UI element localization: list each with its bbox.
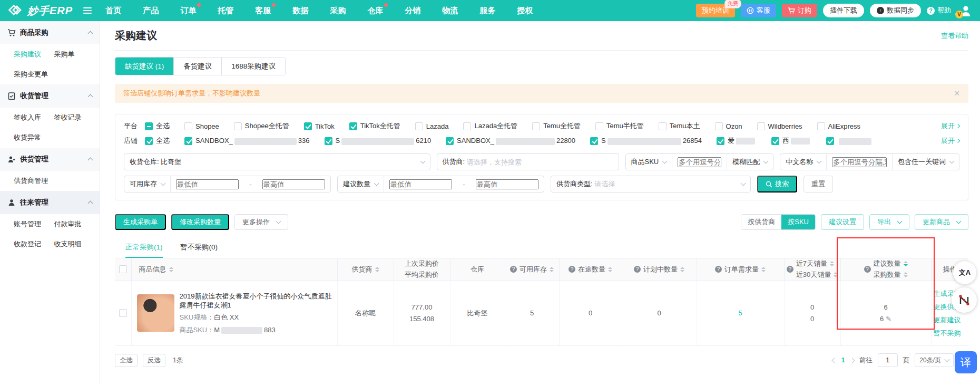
sidebar-item-receive-in[interactable]: 签收入库 <box>14 113 54 122</box>
nav-authorization[interactable]: 授权 <box>517 6 533 16</box>
sku-input[interactable] <box>678 157 721 167</box>
suggest-max-input[interactable] <box>476 179 538 189</box>
by-sku-toggle[interactable]: 按SKU <box>781 215 815 229</box>
nav-product[interactable]: 产品 <box>143 6 159 16</box>
tab-restock[interactable]: 备货建议 <box>173 57 221 75</box>
modify-qty-button[interactable]: 修改采购数量 <box>171 214 229 230</box>
sidebar-item-balance-detail[interactable]: 收支明细 <box>54 239 95 249</box>
more-actions-button[interactable]: 更多操作 <box>234 214 288 230</box>
search-button[interactable]: 搜索 <box>757 176 797 192</box>
sort-icon[interactable] <box>830 261 834 266</box>
view-help-link[interactable]: 查看帮助 <box>941 31 968 41</box>
sort-icon[interactable] <box>375 267 379 272</box>
platform-option-ozon[interactable]: Ozon <box>715 122 742 130</box>
sort-icon[interactable] <box>761 267 766 272</box>
platform-option-tiktok-full[interactable]: TikTok全托管 <box>349 121 400 131</box>
sidebar-group-goods-purchase[interactable]: 商品采购 <box>0 21 100 44</box>
prev-page-icon[interactable] <box>831 358 837 363</box>
close-icon[interactable]: ✕ <box>954 89 960 98</box>
info-icon[interactable]: ? <box>864 266 871 273</box>
sidebar-group-transactions[interactable]: 往来管理 <box>0 191 100 214</box>
stock-max-input[interactable] <box>262 179 325 189</box>
nav-service[interactable]: 客服 <box>255 6 271 16</box>
platform-option-wildberries[interactable]: Wildberries <box>757 122 802 130</box>
store-option-4[interactable]: S26854 <box>590 137 702 145</box>
store-option-5[interactable]: 爱 <box>717 136 757 146</box>
edit-icon[interactable]: ✎ <box>886 315 891 323</box>
nav-warehouse[interactable]: 仓库 <box>367 6 383 16</box>
sort-icon[interactable] <box>169 267 173 272</box>
platform-option-shopee-full[interactable]: Shopee全托管 <box>234 121 289 131</box>
sidebar-item-receive-record[interactable]: 签收记录 <box>54 113 95 122</box>
select-all-button[interactable]: 全选 <box>115 354 138 367</box>
nav-distribution[interactable]: 分销 <box>405 6 420 16</box>
subtab-hold[interactable]: 暂不采购(0) <box>181 243 218 258</box>
update-product-button[interactable]: 更新商品 <box>915 214 968 230</box>
translate-widget[interactable]: 文A <box>953 261 976 284</box>
nav-purchase[interactable]: 采购 <box>330 6 346 16</box>
invert-selection-button[interactable]: 反选 <box>143 354 165 367</box>
suggest-min-input[interactable] <box>389 179 452 189</box>
sort-icon[interactable] <box>680 267 684 272</box>
sidebar-item-receive-abnormal[interactable]: 收货异常 <box>14 133 54 142</box>
extension-widget[interactable] <box>952 287 977 313</box>
platform-select-all[interactable]: 全选 <box>145 121 170 131</box>
supplier-type-select[interactable]: 供货商类型: 请选择 <box>551 176 751 192</box>
sku-match-select[interactable]: 模糊匹配 <box>727 154 773 170</box>
select-all-checkbox[interactable] <box>119 265 127 273</box>
nav-home[interactable]: 首页 <box>105 6 121 16</box>
platform-option-tiktok[interactable]: TikTok <box>304 122 335 130</box>
row-checkbox[interactable] <box>119 309 127 317</box>
store-option-6[interactable]: 西 <box>771 136 811 146</box>
platform-option-temu-local[interactable]: Temu本土 <box>659 121 700 131</box>
sidebar-item-payment-approve[interactable]: 付款审批 <box>54 219 95 229</box>
platform-option-lazada[interactable]: Lazada <box>415 122 449 130</box>
suggest-field-select[interactable]: 建议数量 <box>338 176 384 192</box>
product-title[interactable]: 2019新款连衣裙女春夏小个子很仙的小众气质遮肚露肩牛仔裙女潮1 <box>180 292 332 310</box>
plugin-download-button[interactable]: 插件下载 <box>823 4 864 17</box>
export-button[interactable]: 导出 <box>869 214 909 230</box>
translate-fab[interactable]: 译 <box>955 351 977 373</box>
platform-option-shopee[interactable]: Shopee <box>184 122 219 130</box>
next-page-icon[interactable] <box>849 358 855 363</box>
sidebar-item-purchase-suggest[interactable]: 采购建议 <box>14 50 54 59</box>
platform-option-temu-semi[interactable]: Temu半托管 <box>595 121 644 131</box>
product-image[interactable] <box>137 294 174 332</box>
store-option-1[interactable]: SANDBOX_336 <box>184 137 310 145</box>
store-expand-link[interactable]: 展开 <box>941 136 959 146</box>
info-icon[interactable]: ? <box>510 266 517 273</box>
sort-icon[interactable] <box>904 272 908 277</box>
current-page[interactable]: 1 <box>841 357 845 364</box>
nav-logistics[interactable]: 物流 <box>442 6 458 16</box>
platform-option-aliexpress[interactable]: AliExpress <box>817 122 860 130</box>
sort-icon[interactable] <box>834 272 838 277</box>
menu-toggle-icon[interactable] <box>83 7 92 14</box>
order-demand-link[interactable]: 5 <box>738 309 742 317</box>
store-select-all[interactable]: 全选 <box>145 136 170 146</box>
help-button[interactable]: ? 帮助 <box>927 6 951 15</box>
sku-field-select[interactable]: 商品SKU <box>626 154 672 170</box>
sidebar-group-supply[interactable]: 供货管理 <box>0 148 100 171</box>
sidebar-item-purchase-change[interactable]: 采购变更单 <box>14 70 54 79</box>
info-icon[interactable]: ? <box>634 266 641 273</box>
goto-page-input[interactable] <box>878 353 898 367</box>
row-action-update-suggest[interactable]: 更新建议 <box>934 313 969 326</box>
nav-hosting[interactable]: 托管 <box>218 6 233 16</box>
training-button[interactable]: 预约培训 免费 <box>696 4 735 17</box>
by-supplier-toggle[interactable]: 按供货商 <box>741 215 781 229</box>
store-option-3[interactable]: SANDBOX_22800 <box>446 137 575 145</box>
row-action-hold[interactable]: 暂不采购 <box>934 326 969 340</box>
platform-option-lazada-full[interactable]: Lazada全托管 <box>463 121 517 131</box>
store-option-2[interactable]: S6210 <box>325 137 432 145</box>
supplier-input[interactable] <box>467 158 613 166</box>
name-field-select[interactable]: 中文名称 <box>780 154 826 170</box>
tab-1688[interactable]: 1688采购建议 <box>221 57 285 75</box>
reset-button[interactable]: 重置 <box>803 176 833 192</box>
sort-icon[interactable] <box>904 261 908 266</box>
platform-expand-link[interactable]: 展开 <box>941 121 959 131</box>
data-sync-button[interactable]: ↑ 数据同步 <box>870 4 921 17</box>
subtab-normal[interactable]: 正常采购(1) <box>125 243 163 258</box>
warehouse-select[interactable]: 收货仓库: 比奇堡 <box>124 153 430 170</box>
info-icon[interactable]: ? <box>787 266 793 273</box>
platform-option-temu-full[interactable]: Temu全托管 <box>532 121 581 131</box>
